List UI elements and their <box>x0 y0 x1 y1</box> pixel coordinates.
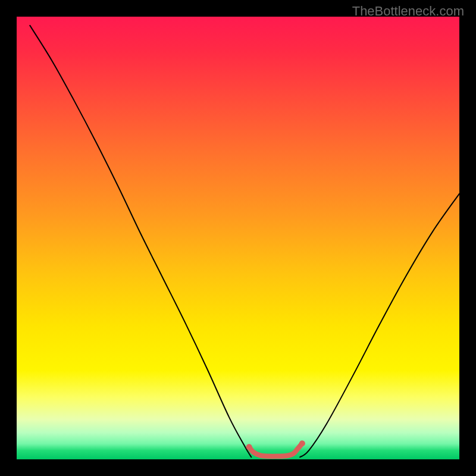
chart-plateau-marker <box>249 443 302 456</box>
chart-lines-layer <box>17 17 459 459</box>
chart-plateau-dot-left <box>246 444 252 450</box>
bottleneck-chart <box>17 17 459 459</box>
chart-curve-right <box>300 194 459 458</box>
chart-curve-left <box>30 26 251 457</box>
chart-plateau-dot-right <box>299 440 305 446</box>
